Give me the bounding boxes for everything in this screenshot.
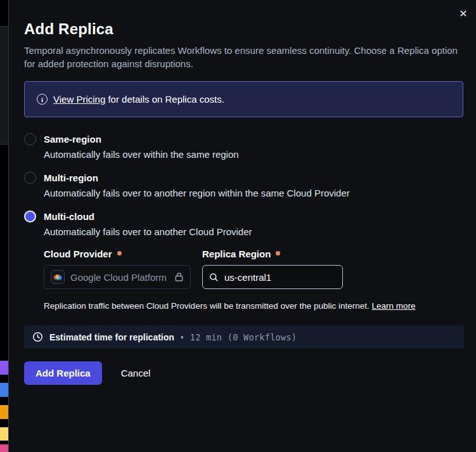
estimate-banner: Estimated time for replication • 12 min … <box>24 325 464 349</box>
replica-region-label: Replica Region <box>202 249 343 259</box>
option-label: Same-region <box>44 134 101 145</box>
page-title: Add Replica <box>24 20 463 38</box>
pricing-banner-suffix: for details on Replica costs. <box>108 94 224 105</box>
required-dot <box>276 251 280 255</box>
required-dot <box>117 251 122 255</box>
note-text: Replication traffic between Cloud Provid… <box>44 301 370 311</box>
close-icon[interactable]: × <box>457 4 470 22</box>
radio-multi-region[interactable] <box>24 172 36 184</box>
learn-more-link[interactable]: Learn more <box>372 301 416 311</box>
option-description: Automatically fails over within the same… <box>44 149 463 160</box>
field-label-text: Cloud Provider <box>44 249 112 259</box>
cloud-provider-select[interactable]: Google Cloud Platform <box>44 265 191 289</box>
clock-icon <box>32 332 43 342</box>
background-page-strip <box>0 0 8 452</box>
option-same-region: Same-region Automatically fails over wit… <box>24 133 463 160</box>
public-internet-note: Replication traffic between Cloud Provid… <box>44 301 463 311</box>
gcp-logo-icon <box>51 270 65 284</box>
cloud-provider-label: Cloud Provider <box>44 249 191 259</box>
estimate-separator: • <box>181 332 184 342</box>
background-color-stripe <box>0 383 8 397</box>
search-icon <box>209 273 219 282</box>
background-color-stripe <box>0 444 8 452</box>
radio-same-region[interactable] <box>24 133 36 145</box>
option-label: Multi-region <box>44 172 98 183</box>
lock-icon <box>174 272 184 282</box>
background-color-stripe <box>0 405 8 419</box>
view-pricing-link[interactable]: View Pricing <box>53 94 105 105</box>
pricing-banner-text: View Pricing for details on Replica cost… <box>53 94 224 105</box>
background-panel-edge <box>0 26 8 145</box>
background-color-stripe <box>0 427 8 441</box>
estimate-label: Estimated time for replication <box>49 332 174 342</box>
replica-option-group: Same-region Automatically fails over wit… <box>24 133 463 311</box>
cloud-provider-value: Google Cloud Platform <box>70 272 167 283</box>
modal-actions: Add Replica Cancel <box>24 361 463 385</box>
option-multi-cloud: Multi-cloud Automatically fails over to … <box>24 210 463 311</box>
multi-cloud-subform: Cloud Provider <box>44 249 463 311</box>
field-label-text: Replica Region <box>202 249 271 259</box>
option-multi-region: Multi-region Automatically fails over to… <box>24 172 463 198</box>
cancel-button[interactable]: Cancel <box>121 368 151 378</box>
background-color-stripe <box>0 361 8 375</box>
add-replica-button[interactable]: Add Replica <box>24 361 102 385</box>
replica-region-value: us-central1 <box>224 272 271 283</box>
replica-region-input[interactable]: us-central1 <box>202 265 343 289</box>
option-description: Automatically fails over to another Clou… <box>44 226 463 237</box>
estimate-value: 12 min (0 Workflows) <box>190 332 297 342</box>
add-replica-modal: × Add Replica Temporal asynchronously re… <box>8 0 476 452</box>
radio-multi-cloud[interactable] <box>24 210 36 223</box>
info-icon: i <box>37 94 48 105</box>
modal-description: Temporal asynchronously replicates Workf… <box>24 44 463 70</box>
pricing-info-banner: i View Pricing for details on Replica co… <box>24 81 463 117</box>
option-label: Multi-cloud <box>44 211 94 222</box>
option-description: Automatically fails over to another regi… <box>44 188 463 198</box>
